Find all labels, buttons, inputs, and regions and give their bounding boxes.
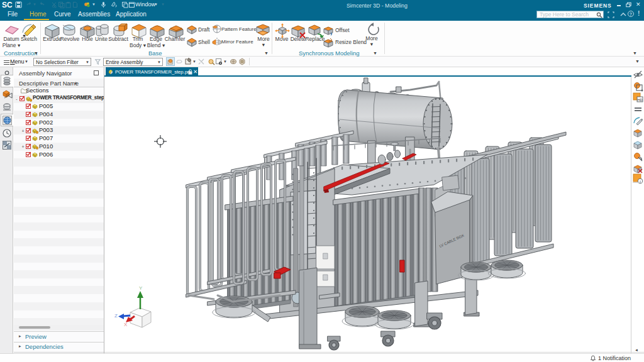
svg-text:Y: Y — [139, 285, 143, 291]
svg-text:X: X — [124, 322, 128, 327]
svg-text:Z: Z — [114, 313, 118, 319]
svg-text:HD: HD — [638, 98, 643, 102]
